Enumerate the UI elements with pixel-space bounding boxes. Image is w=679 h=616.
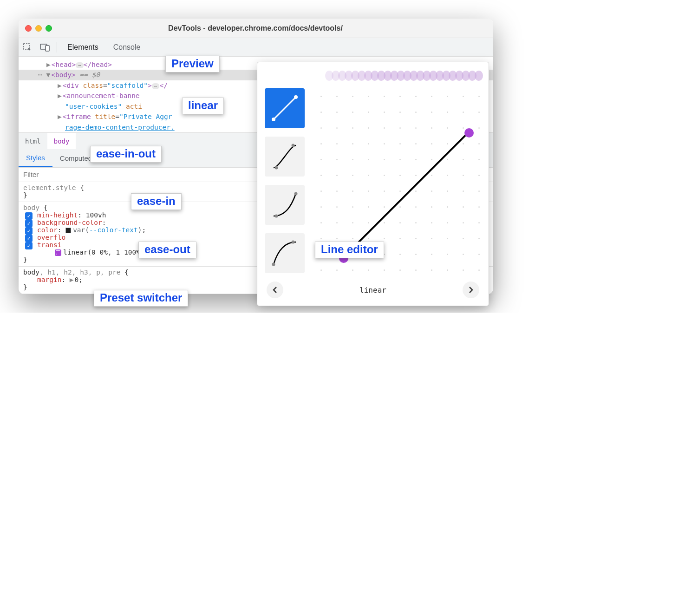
- toolbar-separator: [57, 42, 57, 52]
- callout-ease-out: ease-out: [138, 242, 196, 258]
- ellipsis-icon[interactable]: ⋯: [152, 83, 160, 89]
- color-swatch-icon[interactable]: [65, 228, 71, 233]
- preset-ease-in-out[interactable]: [265, 137, 305, 177]
- svg-point-4: [272, 118, 275, 121]
- collapse-arrow-icon[interactable]: ▼: [46, 71, 50, 79]
- svg-line-12: [343, 133, 467, 257]
- titlebar: DevTools - developer.chrome.com/docs/dev…: [19, 19, 493, 38]
- svg-point-5: [294, 95, 298, 99]
- close-window-button[interactable]: [25, 25, 32, 32]
- svg-point-9: [294, 192, 298, 196]
- window-controls: [25, 25, 52, 32]
- tab-elements[interactable]: Elements: [60, 38, 106, 57]
- inspect-element-icon[interactable]: [20, 40, 34, 54]
- devtools-window: DevTools - developer.chrome.com/docs/dev…: [19, 19, 493, 294]
- svg-point-8: [275, 215, 278, 218]
- expand-arrow-icon[interactable]: ▶: [70, 276, 74, 283]
- device-toggle-icon[interactable]: [38, 40, 52, 54]
- svg-point-7: [292, 144, 295, 147]
- easing-editor-popover: linear: [257, 62, 489, 306]
- expand-arrow-icon[interactable]: ▶: [46, 61, 51, 68]
- preset-ease-in[interactable]: [265, 185, 305, 225]
- svg-line-3: [274, 97, 296, 119]
- svg-point-10: [272, 263, 275, 266]
- expand-arrow-icon[interactable]: ▶: [58, 113, 62, 120]
- tab-styles[interactable]: Styles: [19, 149, 52, 167]
- callout-ease-in-out: ease-in-out: [90, 146, 162, 163]
- callout-preview: Preview: [165, 56, 220, 72]
- preset-linear[interactable]: [265, 88, 305, 128]
- next-preset-button[interactable]: [463, 282, 479, 298]
- easing-presets-column: [265, 86, 305, 273]
- crumb-html[interactable]: html: [19, 133, 47, 149]
- callout-line-editor: Line editor: [315, 242, 384, 258]
- preset-switcher: linear: [265, 282, 481, 298]
- zoom-window-button[interactable]: [46, 25, 52, 32]
- callout-linear: linear: [182, 98, 224, 114]
- svg-point-6: [275, 166, 278, 170]
- minimize-window-button[interactable]: [35, 25, 42, 32]
- window-title: DevTools - developer.chrome.com/docs/dev…: [52, 24, 487, 33]
- easing-preview-strip: [325, 69, 481, 83]
- tab-console[interactable]: Console: [106, 38, 148, 57]
- prev-preset-button[interactable]: [267, 282, 283, 298]
- easing-handle-end[interactable]: [464, 128, 474, 138]
- crumb-body[interactable]: body: [47, 133, 76, 149]
- svg-rect-2: [46, 46, 49, 51]
- expand-arrow-icon[interactable]: ▶: [58, 92, 62, 99]
- callout-ease-in: ease-in: [131, 193, 182, 210]
- preset-ease-out[interactable]: [265, 233, 305, 273]
- preset-switcher-label: linear: [359, 286, 386, 295]
- main-toolbar: Elements Console: [19, 38, 493, 57]
- callout-preset-switcher: Preset switcher: [94, 290, 188, 307]
- easing-swatch-icon[interactable]: [55, 249, 61, 256]
- ellipsis-icon[interactable]: ⋯: [76, 62, 84, 68]
- expand-arrow-icon[interactable]: ▶: [58, 82, 62, 89]
- svg-point-11: [292, 241, 295, 244]
